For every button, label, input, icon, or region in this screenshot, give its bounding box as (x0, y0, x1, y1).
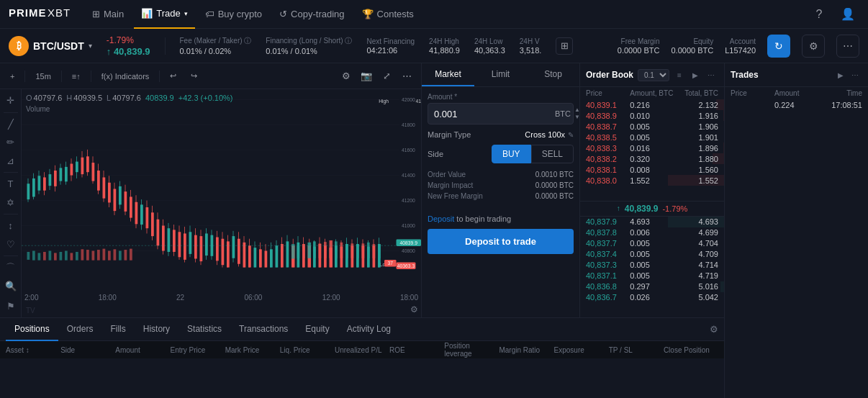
chart-bottom-settings[interactable]: ⚙ (410, 304, 418, 315)
deposit-link[interactable]: Deposit (428, 214, 454, 223)
trend-tool[interactable]: ⌒ (1, 259, 20, 276)
nav-main[interactable]: ⊞ Main (85, 0, 131, 29)
ticker-change-stat: -1.79% ↑ 40,839.9 (107, 35, 150, 57)
deposit-to-trade-button[interactable]: Deposit to trade (428, 229, 574, 254)
time-18: 18:00 (99, 294, 117, 302)
amount-input[interactable] (434, 109, 555, 119)
chart-settings-button[interactable]: ⚙ (338, 68, 355, 85)
nav-buy-crypto[interactable]: 🏷 Buy crypto (198, 0, 269, 29)
ob-mid-change-value: -1.79% (662, 204, 687, 213)
amount-input-wrap[interactable]: BTC ▲ ▼ (428, 103, 574, 125)
ob-view-1[interactable]: ≡ (672, 68, 687, 82)
crosshair-tool[interactable]: ✛ (1, 92, 20, 109)
add-chart-button[interactable]: + (6, 70, 19, 83)
zoom-tool[interactable]: 🔍 (1, 278, 20, 295)
settings-button[interactable]: ⚙ (802, 35, 825, 58)
buy-button[interactable]: BUY (492, 145, 531, 163)
list-item[interactable]: 40,836.70.0265.042 (580, 292, 724, 303)
tab-history[interactable]: History (135, 318, 178, 341)
tab-statistics[interactable]: Statistics (178, 318, 230, 341)
text-tool[interactable]: T (1, 176, 20, 193)
undo-button[interactable]: ↩ (166, 69, 181, 83)
new-free-margin-value: 0.0000 BTC (535, 192, 574, 200)
list-item[interactable]: 40,838.10.0081.560 (580, 164, 724, 175)
list-item[interactable]: 40,837.10.0054.719 (580, 271, 724, 281)
heart-tool[interactable]: ♡ (1, 236, 20, 253)
list-item[interactable]: 40,837.70.0054.704 (580, 238, 724, 249)
list-item[interactable]: 40,838.70.0051.906 (580, 121, 724, 132)
sell-button[interactable]: SELL (531, 145, 574, 163)
chart-screenshot-button[interactable]: 📷 (358, 68, 375, 85)
chart-fullscreen-button[interactable]: ⤢ (378, 68, 395, 85)
line-tool[interactable]: ╱ (1, 115, 20, 132)
ticker-symbol[interactable]: ₿ BTC/USDT ▾ (9, 36, 92, 56)
24h-low-stat: 24H Low 40,363.3 (474, 37, 505, 55)
svg-rect-182 (324, 242, 327, 258)
list-item[interactable]: 40,838.90.0101.916 (580, 110, 724, 121)
ob-size-select[interactable]: 0.1 (638, 69, 669, 81)
help-button[interactable]: ? (808, 3, 831, 26)
alert-tool[interactable]: ⚑ (1, 297, 20, 315)
chart-more-button[interactable]: ⋯ (398, 68, 415, 85)
more-options-button[interactable]: ⋯ (836, 35, 859, 58)
ob-bid-total: 4.709 (674, 250, 718, 258)
ob-ask-total: 1.901 (674, 133, 718, 142)
list-item[interactable]: 40,837.94.6934.693 (580, 217, 724, 227)
amount-down-button[interactable]: ▼ (574, 114, 579, 121)
trades-settings-button[interactable]: ⋯ (848, 68, 862, 82)
nav-contests[interactable]: 🏆 Contests (355, 0, 421, 29)
bottom-col-header: Exposure (554, 346, 609, 354)
ticker-expand-button[interactable]: ⊞ (556, 37, 573, 55)
ob-ask-amount: 0.320 (630, 155, 674, 163)
ob-bid-amount: 0.005 (630, 239, 674, 248)
trades-more-button[interactable]: ▶ (833, 68, 848, 82)
ob-ask-total: 1.552 (674, 176, 718, 185)
list-item[interactable]: 40,837.40.0054.709 (580, 249, 724, 260)
financing-label: Financing (Long / Short) ⓘ (266, 36, 352, 46)
list-item[interactable]: 40,838.01.5521.552 (580, 175, 724, 186)
list-item[interactable]: 40,838.20.3201.880 (580, 153, 724, 164)
pattern-tool[interactable]: ✡ (1, 194, 20, 212)
chart-type-button[interactable]: ≡↑ (68, 70, 85, 83)
list-item[interactable]: 40,838.50.0051.901 (580, 132, 724, 143)
trades-title: Trades (731, 70, 833, 80)
nav-copy-trading[interactable]: ↺ Copy-trading (272, 0, 351, 29)
tab-orders[interactable]: Orders (58, 318, 102, 341)
measure-tool[interactable]: ⊿ (1, 153, 20, 170)
refresh-account-button[interactable]: ↻ (767, 35, 790, 58)
list-item[interactable]: 40,836.80.2975.016 (580, 281, 724, 292)
list-item[interactable]: 40,838.30.0161.896 (580, 143, 724, 153)
nav-trade[interactable]: 📊 Trade ▾ (134, 0, 194, 29)
margin-impact-value: 0.0000 BTC (535, 181, 574, 189)
tab-stop[interactable]: Stop (527, 63, 579, 86)
ob-settings[interactable]: ⋯ (704, 68, 718, 82)
list-item[interactable]: 40,837.30.0054.714 (580, 260, 724, 271)
bottom-col-header: Mark Price (225, 346, 280, 354)
redo-button[interactable]: ↪ (186, 69, 202, 83)
margin-edit-icon[interactable]: ✎ (568, 131, 574, 139)
tab-positions[interactable]: Positions (6, 318, 58, 341)
ob-amount-header: Amount, BTC (630, 89, 674, 97)
tab-equity[interactable]: Equity (297, 318, 338, 341)
indicators-button[interactable]: f(x) Indicators (97, 70, 154, 83)
tab-market[interactable]: Market (422, 63, 474, 86)
tab-fills[interactable]: Fills (101, 318, 134, 341)
list-item[interactable]: 40,839.10.2162.132 (580, 99, 724, 110)
tab-activity-log[interactable]: Activity Log (338, 318, 399, 341)
ob-view-2[interactable]: ▶ (688, 68, 702, 82)
trades-header: Trades ▶ ⋯ (725, 63, 868, 87)
bottom-settings-icon[interactable]: ⚙ (710, 324, 718, 335)
amount-up-button[interactable]: ▲ (574, 107, 579, 114)
timeframe-button[interactable]: 15m (31, 70, 55, 83)
draw-tool[interactable]: ✏ (1, 134, 20, 151)
profile-button[interactable]: 👤 (836, 3, 859, 26)
chart-toolbar: + 15m ≡↑ f(x) Indicators ↩ (0, 63, 421, 89)
list-item[interactable]: 40,837.80.0064.699 (580, 227, 724, 238)
toolbar-sep-1 (24, 71, 25, 82)
trades-time-header: Time (818, 89, 862, 97)
ruler-tool[interactable]: ↕ (1, 217, 20, 235)
tab-transactions[interactable]: Transactions (230, 318, 297, 341)
ticker-div-1 (165, 37, 166, 55)
tab-limit[interactable]: Limit (474, 63, 527, 86)
fee-stat: Fee (Maker / Taker) ⓘ 0.01% / 0.02% (180, 36, 252, 55)
